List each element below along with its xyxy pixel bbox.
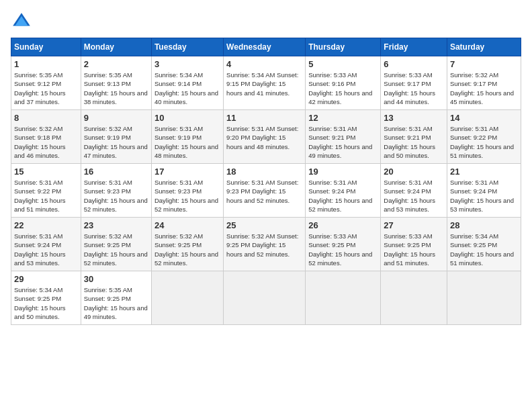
calendar-cell <box>306 271 381 325</box>
week-row-1: 1Sunrise: 5:35 AM Sunset: 9:12 PM Daylig… <box>11 56 521 110</box>
day-info: Sunrise: 5:33 AM Sunset: 9:17 PM Dayligh… <box>384 71 444 106</box>
day-number: 12 <box>308 113 378 123</box>
calendar-cell: 28Sunrise: 5:34 AM Sunset: 9:25 PM Dayli… <box>447 218 521 271</box>
day-number: 29 <box>14 274 78 284</box>
day-number: 9 <box>84 113 148 123</box>
calendar-cell: 17Sunrise: 5:31 AM Sunset: 9:23 PM Dayli… <box>151 164 223 218</box>
week-row-4: 22Sunrise: 5:31 AM Sunset: 9:24 PM Dayli… <box>11 218 521 271</box>
day-info: Sunrise: 5:31 AM Sunset: 9:20 PM Dayligh… <box>226 124 302 151</box>
calendar-cell <box>151 271 223 325</box>
day-info: Sunrise: 5:31 AM Sunset: 9:21 PM Dayligh… <box>384 124 444 160</box>
day-info: Sunrise: 5:32 AM Sunset: 9:17 PM Dayligh… <box>450 71 518 106</box>
day-info: Sunrise: 5:34 AM Sunset: 9:14 PM Dayligh… <box>154 71 220 106</box>
calendar-cell: 15Sunrise: 5:31 AM Sunset: 9:22 PM Dayli… <box>11 164 81 218</box>
calendar-cell: 11Sunrise: 5:31 AM Sunset: 9:20 PM Dayli… <box>224 110 306 164</box>
header <box>11 11 521 32</box>
day-number: 16 <box>84 167 148 177</box>
calendar-cell: 8Sunrise: 5:32 AM Sunset: 9:18 PM Daylig… <box>11 110 81 164</box>
calendar-cell: 1Sunrise: 5:35 AM Sunset: 9:12 PM Daylig… <box>11 56 81 110</box>
day-number: 23 <box>84 220 148 230</box>
day-info: Sunrise: 5:32 AM Sunset: 9:25 PM Dayligh… <box>154 232 220 267</box>
calendar-table: SundayMondayTuesdayWednesdayThursdayFrid… <box>11 38 521 325</box>
header-cell-sunday: Sunday <box>11 38 81 56</box>
day-info: Sunrise: 5:33 AM Sunset: 9:16 PM Dayligh… <box>308 71 378 106</box>
day-info: Sunrise: 5:32 AM Sunset: 9:18 PM Dayligh… <box>14 124 78 160</box>
calendar-cell: 6Sunrise: 5:33 AM Sunset: 9:17 PM Daylig… <box>381 56 447 110</box>
day-number: 27 <box>384 220 444 230</box>
calendar-cell: 30Sunrise: 5:35 AM Sunset: 9:25 PM Dayli… <box>81 271 151 325</box>
day-info: Sunrise: 5:31 AM Sunset: 9:24 PM Dayligh… <box>450 178 518 214</box>
day-number: 15 <box>14 167 78 177</box>
day-info: Sunrise: 5:31 AM Sunset: 9:23 PM Dayligh… <box>154 178 220 214</box>
calendar-cell: 12Sunrise: 5:31 AM Sunset: 9:21 PM Dayli… <box>306 110 381 164</box>
day-number: 24 <box>154 220 220 230</box>
day-info: Sunrise: 5:35 AM Sunset: 9:25 PM Dayligh… <box>84 285 148 321</box>
calendar-cell: 3Sunrise: 5:34 AM Sunset: 9:14 PM Daylig… <box>151 56 223 110</box>
week-row-2: 8Sunrise: 5:32 AM Sunset: 9:18 PM Daylig… <box>11 110 521 164</box>
header-cell-friday: Friday <box>381 38 447 56</box>
calendar-cell: 29Sunrise: 5:34 AM Sunset: 9:25 PM Dayli… <box>11 271 81 325</box>
day-number: 10 <box>154 113 220 123</box>
day-number: 14 <box>450 113 518 123</box>
calendar-cell: 7Sunrise: 5:32 AM Sunset: 9:17 PM Daylig… <box>447 56 521 110</box>
day-number: 28 <box>450 220 518 230</box>
week-row-3: 15Sunrise: 5:31 AM Sunset: 9:22 PM Dayli… <box>11 164 521 218</box>
calendar-cell: 5Sunrise: 5:33 AM Sunset: 9:16 PM Daylig… <box>306 56 381 110</box>
calendar-cell: 2Sunrise: 5:35 AM Sunset: 9:13 PM Daylig… <box>81 56 151 110</box>
day-number: 30 <box>84 274 148 284</box>
day-number: 5 <box>308 59 378 69</box>
day-number: 2 <box>84 59 148 69</box>
day-number: 4 <box>226 59 302 69</box>
day-number: 17 <box>154 167 220 177</box>
day-info: Sunrise: 5:31 AM Sunset: 9:22 PM Dayligh… <box>14 178 78 214</box>
day-info: Sunrise: 5:31 AM Sunset: 9:24 PM Dayligh… <box>308 178 378 214</box>
day-info: Sunrise: 5:32 AM Sunset: 9:19 PM Dayligh… <box>84 124 148 160</box>
header-cell-wednesday: Wednesday <box>224 38 306 56</box>
day-number: 20 <box>384 167 444 177</box>
calendar-cell: 20Sunrise: 5:31 AM Sunset: 9:24 PM Dayli… <box>381 164 447 218</box>
calendar-cell: 13Sunrise: 5:31 AM Sunset: 9:21 PM Dayli… <box>381 110 447 164</box>
calendar-cell <box>381 271 447 325</box>
week-row-5: 29Sunrise: 5:34 AM Sunset: 9:25 PM Dayli… <box>11 271 521 325</box>
day-info: Sunrise: 5:31 AM Sunset: 9:24 PM Dayligh… <box>384 178 444 214</box>
day-info: Sunrise: 5:31 AM Sunset: 9:23 PM Dayligh… <box>84 178 148 214</box>
day-info: Sunrise: 5:31 AM Sunset: 9:22 PM Dayligh… <box>450 124 518 160</box>
day-number: 19 <box>308 167 378 177</box>
day-number: 21 <box>450 167 518 177</box>
day-number: 7 <box>450 59 518 69</box>
calendar-cell: 18Sunrise: 5:31 AM Sunset: 9:23 PM Dayli… <box>224 164 306 218</box>
day-number: 8 <box>14 113 78 123</box>
day-number: 25 <box>226 220 302 230</box>
day-info: Sunrise: 5:35 AM Sunset: 9:13 PM Dayligh… <box>84 71 148 106</box>
day-number: 3 <box>154 59 220 69</box>
calendar-cell: 4Sunrise: 5:34 AM Sunset: 9:15 PM Daylig… <box>224 56 306 110</box>
header-cell-saturday: Saturday <box>447 38 521 56</box>
day-info: Sunrise: 5:34 AM Sunset: 9:25 PM Dayligh… <box>14 285 78 321</box>
header-cell-monday: Monday <box>81 38 151 56</box>
day-info: Sunrise: 5:31 AM Sunset: 9:23 PM Dayligh… <box>226 178 302 205</box>
header-cell-thursday: Thursday <box>306 38 381 56</box>
calendar-cell: 25Sunrise: 5:32 AM Sunset: 9:25 PM Dayli… <box>224 218 306 271</box>
calendar-cell: 24Sunrise: 5:32 AM Sunset: 9:25 PM Dayli… <box>151 218 223 271</box>
header-row: SundayMondayTuesdayWednesdayThursdayFrid… <box>11 38 521 56</box>
day-number: 1 <box>14 59 78 69</box>
day-info: Sunrise: 5:31 AM Sunset: 9:21 PM Dayligh… <box>308 124 378 160</box>
day-info: Sunrise: 5:32 AM Sunset: 9:25 PM Dayligh… <box>226 232 302 259</box>
day-info: Sunrise: 5:31 AM Sunset: 9:24 PM Dayligh… <box>14 232 78 267</box>
calendar-cell: 26Sunrise: 5:33 AM Sunset: 9:25 PM Dayli… <box>306 218 381 271</box>
calendar-cell: 23Sunrise: 5:32 AM Sunset: 9:25 PM Dayli… <box>81 218 151 271</box>
calendar-cell: 21Sunrise: 5:31 AM Sunset: 9:24 PM Dayli… <box>447 164 521 218</box>
day-info: Sunrise: 5:33 AM Sunset: 9:25 PM Dayligh… <box>384 232 444 267</box>
calendar-cell <box>447 271 521 325</box>
calendar-cell: 19Sunrise: 5:31 AM Sunset: 9:24 PM Dayli… <box>306 164 381 218</box>
day-info: Sunrise: 5:32 AM Sunset: 9:25 PM Dayligh… <box>84 232 148 267</box>
logo-icon <box>11 11 32 32</box>
day-number: 26 <box>308 220 378 230</box>
calendar-cell: 14Sunrise: 5:31 AM Sunset: 9:22 PM Dayli… <box>447 110 521 164</box>
calendar-cell <box>224 271 306 325</box>
calendar-cell: 27Sunrise: 5:33 AM Sunset: 9:25 PM Dayli… <box>381 218 447 271</box>
day-info: Sunrise: 5:33 AM Sunset: 9:25 PM Dayligh… <box>308 232 378 267</box>
day-number: 11 <box>226 113 302 123</box>
day-info: Sunrise: 5:34 AM Sunset: 9:25 PM Dayligh… <box>450 232 518 267</box>
day-number: 18 <box>226 167 302 177</box>
